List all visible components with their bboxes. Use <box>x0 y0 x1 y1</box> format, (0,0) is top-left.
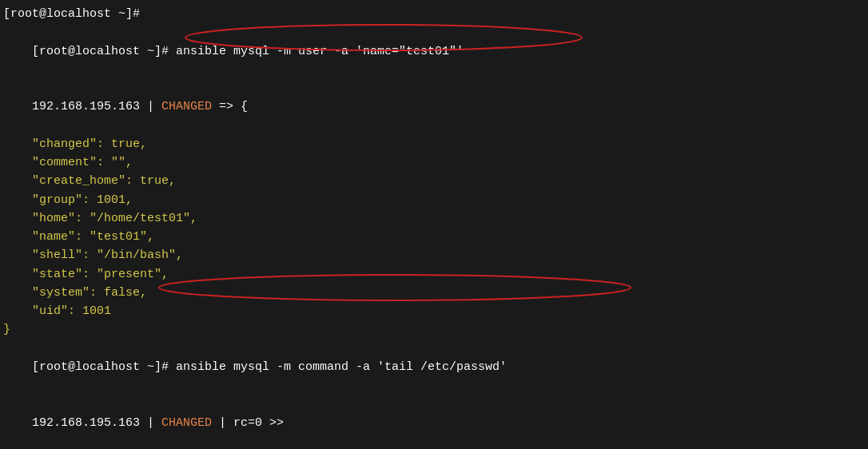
command-text-1: ansible mysql -m user -a 'name="test01"' <box>176 45 464 58</box>
prev-prompt-line: [root@localhost ~]# <box>3 5 865 23</box>
json-line-8: "state": "present", <box>3 265 865 284</box>
json-line-2: "comment": "", <box>3 153 865 172</box>
json-line-1: "changed": true, <box>3 135 865 153</box>
json-line-9: "system": false, <box>3 284 865 302</box>
sep-1a: | <box>140 100 161 113</box>
status-line-2: 192.168.195.163 | CHANGED | rc=0 >> <box>3 395 865 449</box>
prompt-2: [root@localhost ~]# <box>32 360 176 374</box>
json-line-6: "name": "test01", <box>3 228 865 246</box>
ip-1: 192.168.195.163 <box>32 100 140 113</box>
json-line-3: "create_home": true, <box>3 172 865 190</box>
status-line-1: 192.168.195.163 | CHANGED => { <box>3 79 865 135</box>
json-line-5: "home": "/home/test01", <box>3 209 865 228</box>
json-line-7: "shell": "/bin/bash", <box>3 246 865 264</box>
command-line-2: [root@localhost ~]# ansible mysql -m com… <box>3 340 865 395</box>
changed-badge-1: CHANGED <box>161 100 212 113</box>
sep-2a: | <box>140 416 161 430</box>
json-line-4: "group": 1001, <box>3 191 865 209</box>
rc: rc=0 <box>233 416 262 430</box>
json-close: } <box>3 320 865 339</box>
sep-2b: | <box>212 416 233 430</box>
prompt-1: [root@localhost ~]# <box>32 45 176 58</box>
command-line-1: [root@localhost ~]# ansible mysql -m use… <box>3 23 865 79</box>
command-text-2: ansible mysql -m command -a 'tail /etc/p… <box>176 360 507 374</box>
json-line-10: "uid": 1001 <box>3 302 865 320</box>
arrow-1: => { <box>212 100 248 113</box>
redirect: >> <box>262 416 284 430</box>
ip-2: 192.168.195.163 <box>32 416 140 430</box>
terminal: [root@localhost ~]# [root@localhost ~]# … <box>0 0 868 449</box>
changed-badge-2: CHANGED <box>161 416 212 430</box>
